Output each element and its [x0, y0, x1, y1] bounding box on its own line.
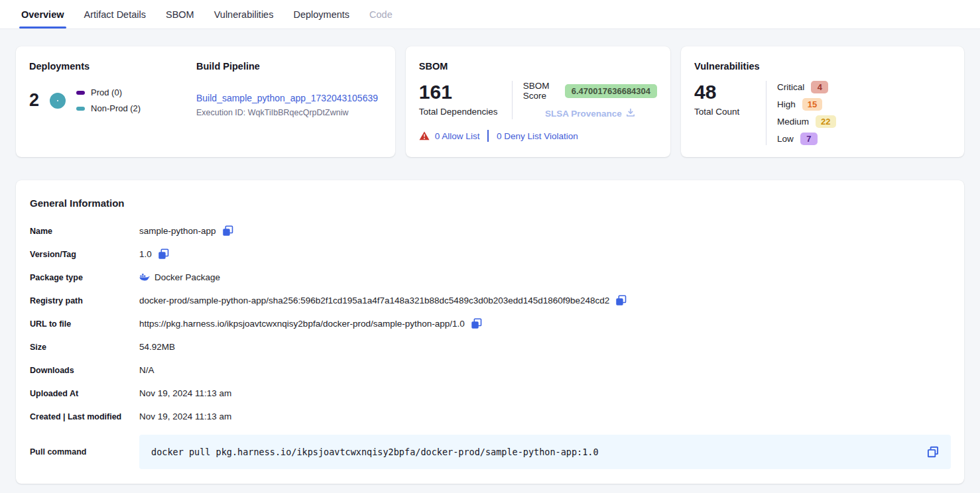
- links-divider: [487, 130, 489, 142]
- build-pipeline-section: Build Pipeline Build_sample_python_app_1…: [196, 61, 382, 145]
- info-label: Uploaded At: [30, 389, 139, 398]
- tab-sbom[interactable]: SBOM: [166, 0, 194, 28]
- info-row-url: URL to file https://pkg.harness.io/ikpsj…: [30, 312, 951, 335]
- sbom-policy-links: 0 Allow List 0 Deny List Violation: [419, 130, 657, 142]
- prod-legend-marker: [76, 91, 85, 95]
- severity-label: Low: [777, 134, 794, 144]
- info-value: Docker Package: [154, 272, 220, 282]
- info-label: Registry path: [30, 296, 139, 305]
- tab-artifact-details[interactable]: Artifact Details: [84, 0, 146, 28]
- prod-legend-label: Prod (0): [91, 87, 122, 97]
- severity-row-medium: Medium 22: [777, 115, 951, 128]
- summary-cards-row: Deployments 2 Prod (0) Non-Prod (2): [16, 46, 964, 157]
- severity-list: Critical 4 High 15 Medium 22 Low 7: [766, 81, 951, 145]
- page-content: Deployments 2 Prod (0) Non-Prod (2): [0, 29, 980, 484]
- build-pipeline-title: Build Pipeline: [196, 61, 382, 72]
- info-row-version: Version/Tag 1.0: [30, 243, 951, 266]
- severity-row-low: Low 7: [777, 133, 951, 145]
- nonprod-legend-label: Non-Prod (2): [91, 103, 141, 113]
- deployments-section: Deployments 2 Prod (0) Non-Prod (2): [29, 61, 196, 145]
- info-row-registry-path: Registry path docker-prod/sample-python-…: [30, 289, 951, 312]
- copy-icon[interactable]: [158, 248, 169, 260]
- info-row-downloads: Downloads N/A: [30, 358, 951, 382]
- severity-count-badge: 22: [816, 115, 835, 128]
- copy-icon[interactable]: [222, 225, 233, 237]
- info-value: 54.92MB: [139, 342, 175, 352]
- info-row-uploaded-at: Uploaded At Nov 19, 2024 11:13 am: [30, 382, 951, 405]
- sbom-score-label: SBOM Score: [523, 81, 559, 101]
- slsa-provenance-link: SLSA Provenance: [523, 108, 657, 119]
- info-value: N/A: [139, 365, 154, 375]
- deployments-legend: Prod (0) Non-Prod (2): [76, 87, 141, 113]
- vulnerabilities-card: Vulnerabilities 48 Total Count Critical …: [681, 46, 964, 157]
- info-value: Nov 19, 2024 11:13 am: [139, 388, 231, 398]
- tab-overview[interactable]: Overview: [21, 0, 64, 28]
- info-row-name: Name sample-python-app: [30, 219, 951, 243]
- pull-command-text: docker pull pkg.harness.io/ikpsjoavtcwxn…: [151, 447, 927, 457]
- deployments-donut-chart: [50, 93, 66, 109]
- docker-icon: [139, 274, 150, 282]
- sbom-total-label: Total Dependencies: [419, 107, 512, 117]
- tab-deployments[interactable]: Deployments: [293, 0, 349, 28]
- download-icon: [626, 108, 635, 119]
- info-label: Version/Tag: [30, 250, 139, 259]
- copy-icon[interactable]: [471, 318, 482, 329]
- warning-triangle-icon: [419, 131, 430, 140]
- vulnerabilities-total-block: 48 Total Count: [694, 81, 766, 145]
- info-label: Downloads: [30, 366, 139, 375]
- info-value: docker-prod/sample-python-app/sha256:596…: [139, 296, 609, 305]
- sbom-title: SBOM: [419, 61, 657, 72]
- deployments-title: Deployments: [29, 61, 196, 72]
- info-row-created-modified: Created | Last modified Nov 19, 2024 11:…: [30, 405, 951, 428]
- sbom-score-block: SBOM Score 6.470017636684304 SLSA Proven…: [513, 81, 657, 119]
- severity-label: Medium: [777, 117, 809, 127]
- severity-row-high: High 15: [777, 98, 951, 111]
- tab-code: Code: [369, 0, 393, 28]
- pipeline-link[interactable]: Build_sample_python_app_1732043105639: [196, 93, 378, 103]
- vulnerabilities-total-label: Total Count: [694, 107, 766, 117]
- info-row-size: Size 54.92MB: [30, 335, 951, 358]
- info-row-package-type: Package type Docker Package: [30, 266, 951, 289]
- execution-id-text: Execution ID: WqkTiIbBRqecQrpDtZwniw: [196, 108, 382, 117]
- pull-command-box: docker pull pkg.harness.io/ikpsjoavtcwxn…: [139, 435, 951, 469]
- sbom-total-block: 161 Total Dependencies: [419, 81, 512, 119]
- sbom-total-count: 161: [419, 81, 512, 104]
- severity-row-critical: Critical 4: [777, 81, 951, 93]
- info-label: URL to file: [30, 319, 139, 329]
- severity-label: Critical: [777, 82, 804, 92]
- general-information-card: General Information Name sample-python-a…: [16, 180, 964, 484]
- info-label: Name: [30, 227, 139, 236]
- severity-count-badge: 7: [800, 133, 818, 145]
- nonprod-legend-marker: [76, 107, 85, 111]
- copy-icon[interactable]: [615, 295, 627, 306]
- info-label: Package type: [30, 273, 139, 282]
- info-value: Nov 19, 2024 11:13 am: [139, 411, 231, 421]
- general-information-title: General Information: [30, 197, 951, 209]
- tab-vulnerabilities[interactable]: Vulnerabilities: [214, 0, 274, 28]
- legend-item-nonprod: Non-Prod (2): [76, 103, 141, 113]
- severity-count-badge: 15: [802, 98, 822, 111]
- pull-command-label: Pull command: [30, 435, 139, 469]
- deployments-total-count: 2: [29, 90, 39, 111]
- deployments-card: Deployments 2 Prod (0) Non-Prod (2): [16, 46, 395, 157]
- pull-command-row: Pull command docker pull pkg.harness.io/…: [30, 435, 951, 469]
- severity-count-badge: 4: [811, 81, 828, 93]
- info-label: Created | Last modified: [30, 412, 139, 421]
- info-value: sample-python-app: [139, 226, 216, 236]
- info-value: https://pkg.harness.io/ikpsjoavtcwxnqisy…: [139, 319, 465, 329]
- allow-list-link[interactable]: 0 Allow List: [435, 131, 480, 141]
- sbom-score-badge: 6.470017636684304: [565, 84, 657, 98]
- info-label: Size: [30, 343, 139, 352]
- tab-bar: Overview Artifact Details SBOM Vulnerabi…: [0, 0, 980, 29]
- vulnerabilities-total-count: 48: [694, 81, 766, 104]
- severity-label: High: [777, 99, 796, 109]
- slsa-provenance-label: SLSA Provenance: [545, 109, 622, 119]
- vulnerabilities-title: Vulnerabilities: [694, 61, 951, 72]
- sbom-card: SBOM 161 Total Dependencies SBOM Score 6…: [406, 46, 670, 157]
- legend-item-prod: Prod (0): [76, 87, 141, 97]
- copy-icon[interactable]: [927, 446, 939, 458]
- info-value: 1.0: [139, 249, 152, 259]
- deny-list-link[interactable]: 0 Deny List Violation: [497, 131, 578, 141]
